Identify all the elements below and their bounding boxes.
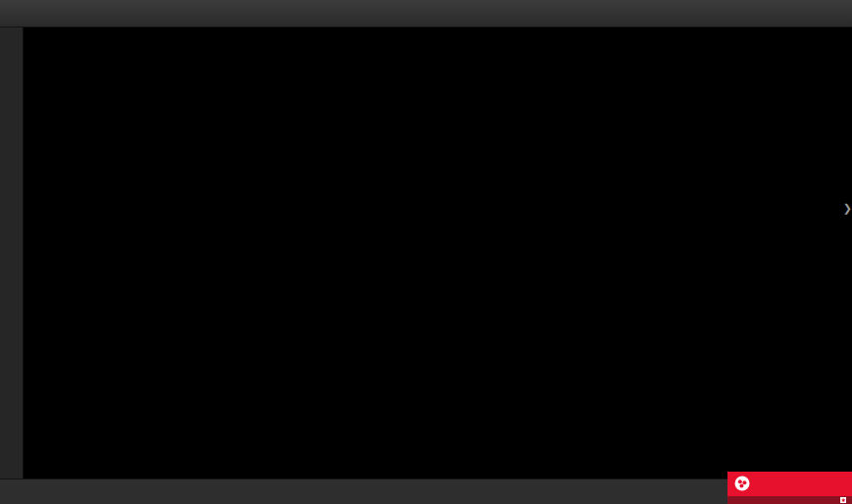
bottom-toolbar (0, 479, 852, 504)
calendar-icon: ✱ (840, 497, 846, 503)
top-toolbar (0, 0, 852, 27)
point-cloud-viewport[interactable] (24, 27, 852, 479)
panel-expander-chevron[interactable]: ❯ (843, 202, 852, 215)
status-date-bar: ✱ (727, 496, 852, 504)
point-cloud-canvas[interactable] (24, 27, 852, 479)
left-toolbar (0, 27, 24, 479)
optimize-bundle-button[interactable] (727, 472, 852, 496)
bundle-icon (734, 476, 750, 493)
